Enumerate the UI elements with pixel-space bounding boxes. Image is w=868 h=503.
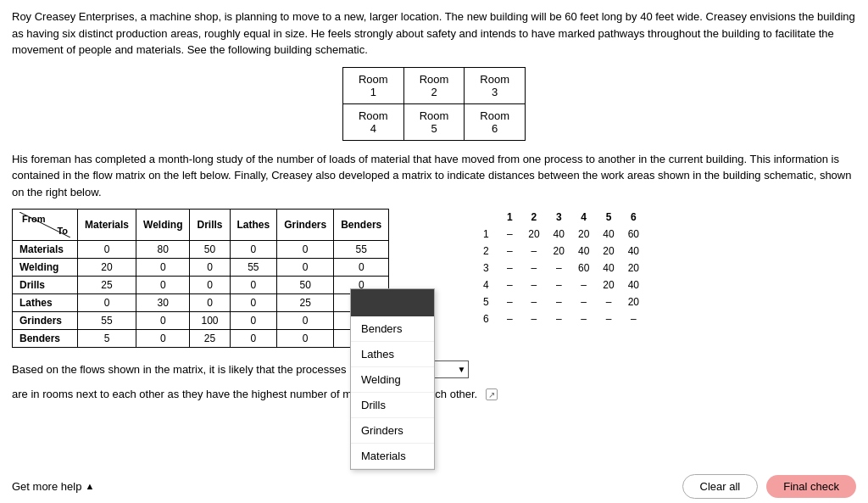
room-1-cell: Room1 [342,67,403,103]
dist-cell: 20 [596,277,620,293]
dist-cell: 20 [547,243,571,260]
dist-cell: – [498,310,521,327]
cell: 25 [277,294,334,312]
dist-cell: – [498,293,521,310]
table-row: Benders 5 0 25 0 0 0 [13,330,389,348]
room-6-cell: Room6 [465,103,526,140]
dist-cell: 20 [521,226,546,243]
dist-row-1: 1 – 20 40 20 40 60 [474,226,646,243]
dist-cell: – [521,293,546,310]
table-row: Welding 20 0 0 55 0 0 [13,259,389,277]
cell: 20 [78,259,136,277]
room-5-cell: Room5 [403,103,465,140]
dropdown-header-box [351,289,434,316]
dropdown-item-lathes[interactable]: Lathes [351,342,434,367]
foreman-text: His foreman has completed a month-long s… [12,151,856,201]
dist-cell: – [498,260,521,277]
table-row: Grinders 55 0 100 0 0 0 [13,312,389,330]
dist-cell: 40 [621,243,646,260]
schematic-table: Room1 Room2 Room3 Room4 Room5 Room6 [342,67,526,141]
dist-row-2: 2 – – 20 40 20 40 [474,243,646,260]
dist-row-label: 2 [474,243,498,260]
dist-cell: – [547,260,571,277]
cell: 0 [136,330,190,348]
dist-col-4: 4 [571,209,596,226]
flow-matrix: From To Materials Welding Drills Lathes … [12,209,389,348]
diagonal-cell: From To [19,212,70,238]
row-materials: Materials [13,241,78,259]
dist-row-3: 3 – – – 60 40 20 [474,260,646,277]
cell: 0 [277,241,334,259]
dist-cell: 20 [596,243,620,260]
cell: 0 [136,259,190,277]
dist-cell: 60 [571,260,596,277]
dist-cell: 40 [596,226,620,243]
col-header-benders: Benders [334,210,389,241]
room-3-cell: Room3 [465,67,526,103]
flow-table: From To Materials Welding Drills Lathes … [12,209,389,348]
to-label: To [57,226,68,236]
dist-cell: – [621,310,646,327]
hint-icon[interactable]: ↗ [486,388,498,400]
col-header-drills: Drills [190,210,230,241]
dropdown-item-benders[interactable]: Benders [351,316,434,342]
dist-row-label: 5 [474,293,498,310]
table-row: Lathes 0 30 0 0 25 0 [13,294,389,312]
dist-cell: 40 [547,226,571,243]
cell: 50 [190,241,230,259]
dist-cell: – [498,277,521,293]
dropdown-item-welding[interactable]: Welding [351,367,434,393]
cell: 0 [277,330,334,348]
dist-cell: – [547,277,571,293]
bottom-bar: Get more help ▲ Clear all Final check [0,469,868,503]
cell: 0 [277,312,334,330]
intro-text: Roy Creasey Enterprises, a machine shop,… [12,8,856,59]
cell: 5 [78,330,136,348]
cell: 0 [230,330,277,348]
dropdown-item-drills[interactable]: Drills [351,393,434,418]
dist-cell: – [547,293,571,310]
dist-cell: – [547,310,571,327]
dist-cell: 40 [571,243,596,260]
col-header-materials: Materials [78,210,136,241]
dist-cell: 40 [596,260,620,277]
dist-cell: 20 [571,226,596,243]
cell: 0 [230,241,277,259]
cell: 25 [190,330,230,348]
dist-row-5: 5 – – – – – 20 [474,293,646,310]
get-more-help-link[interactable]: Get more help ▲ [12,480,94,493]
cell: 0 [136,312,190,330]
final-check-button[interactable]: Final check [766,475,856,498]
get-more-help-text: Get more help [12,480,81,493]
dist-cell: – [521,243,546,260]
row-welding: Welding [13,259,78,277]
dist-cell: 20 [621,260,646,277]
dist-cell: – [521,277,546,293]
col-header-lathes: Lathes [230,210,277,241]
chevron-up-icon: ▲ [85,481,94,491]
distance-matrix: 1 2 3 4 5 6 1 – 20 40 20 40 [474,209,646,348]
row-benders: Benders [13,330,78,348]
dropdown-item-grinders[interactable]: Grinders [351,418,434,444]
dist-col-5: 5 [596,209,620,226]
dropdown-overlay: Benders Lathes Welding Drills Grinders M… [350,288,435,470]
cell: 55 [78,312,136,330]
col-header-grinders: Grinders [277,210,334,241]
cell: 0 [190,277,230,294]
clear-all-button[interactable]: Clear all [682,474,759,499]
dropdown-item-materials[interactable]: Materials [351,444,434,469]
row-drills: Drills [13,277,78,294]
dist-corner [474,209,498,226]
dist-cell: – [571,277,596,293]
dist-cell: – [596,293,620,310]
cell: 50 [277,277,334,294]
cell: 0 [334,259,389,277]
cell: 0 [78,294,136,312]
dist-cell: – [571,310,596,327]
cell: 0 [230,312,277,330]
room-4-cell: Room4 [342,103,403,140]
dist-cell: – [571,293,596,310]
dist-row-label: 4 [474,277,498,293]
col-header-welding: Welding [136,210,190,241]
cell: 55 [334,241,389,259]
